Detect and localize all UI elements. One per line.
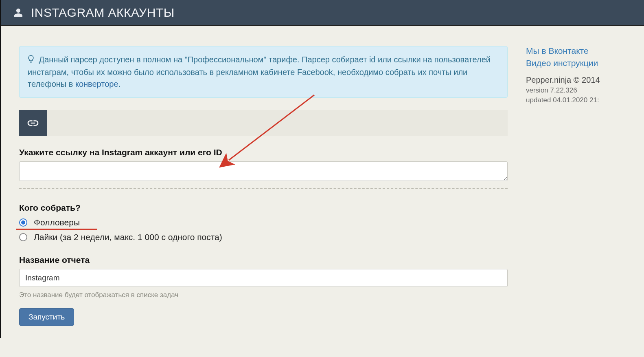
sidebar-version: version 7.22.326	[526, 86, 644, 95]
sidebar-link-vk[interactable]: Мы в Вконтакте	[526, 46, 644, 56]
radio-label: Фолловеры	[34, 218, 80, 227]
sidebar: Мы в Вконтакте Видео инструкции Pepper.n…	[522, 26, 644, 338]
report-name-help: Это название будет отображаться в списке…	[19, 291, 508, 299]
link-icon-button[interactable]	[19, 110, 47, 136]
radio-option-followers[interactable]: Фолловеры	[19, 217, 508, 228]
radio-icon	[19, 218, 27, 227]
user-icon	[13, 7, 24, 18]
instagram-url-input[interactable]	[19, 161, 508, 181]
page-header: INSTAGRAM АККАУНТЫ	[0, 0, 644, 26]
report-name-input[interactable]	[19, 269, 508, 287]
radio-option-likes[interactable]: Лайки (за 2 недели, макс. 1 000 с одного…	[19, 231, 508, 243]
sidebar-updated: updated 04.01.2020 21:	[526, 96, 644, 104]
run-button[interactable]: Запустить	[19, 308, 74, 326]
url-input-label: Укажите ссылку на Instagram аккаунт или …	[19, 148, 508, 157]
lightbulb-icon	[28, 55, 34, 66]
link-icon	[26, 117, 39, 130]
converter-link[interactable]: конверторе	[75, 79, 118, 88]
info-text-tail: .	[118, 79, 121, 88]
sidebar-link-video[interactable]: Видео инструкции	[526, 58, 644, 68]
link-toolbar	[19, 110, 508, 136]
main-content: Данный парсер доступен в полном на "Проф…	[1, 26, 522, 338]
collect-radio-group: Фолловеры Лайки (за 2 недели, макс. 1 00…	[19, 217, 508, 243]
report-name-label: Название отчета	[19, 255, 508, 265]
divider	[19, 188, 508, 189]
radio-icon	[19, 233, 27, 241]
info-notice: Данный парсер доступен в полном на "Проф…	[19, 46, 508, 98]
sidebar-copyright: Pepper.ninja © 2014	[526, 75, 644, 85]
collect-label: Кого собрать?	[19, 203, 508, 213]
page-title: INSTAGRAM АККАУНТЫ	[31, 6, 175, 20]
radio-label: Лайки (за 2 недели, макс. 1 000 с одного…	[34, 232, 222, 242]
